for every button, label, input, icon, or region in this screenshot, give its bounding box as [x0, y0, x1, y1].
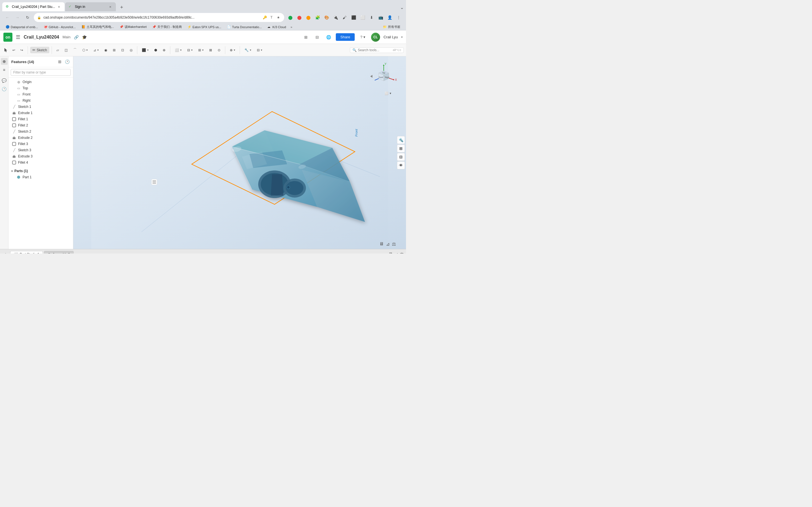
tool-13[interactable]: ⬜ ▾: [172, 47, 184, 53]
collapse-panel-button[interactable]: [151, 179, 157, 185]
feature-item-fillet4[interactable]: Fillet 4: [8, 159, 73, 166]
extension-btn-6[interactable]: 🔌: [332, 13, 340, 21]
tool-16[interactable]: ⊠: [207, 47, 214, 53]
feature-item-fillet3[interactable]: Fillet 3: [8, 141, 73, 147]
new-tab-button[interactable]: +: [117, 3, 125, 11]
add-tab-button[interactable]: +: [2, 251, 9, 254]
bottom-icon-3[interactable]: ⚖: [400, 251, 404, 253]
tool-17[interactable]: ⊙: [215, 47, 223, 53]
extension-btn-8[interactable]: ⬛: [350, 13, 357, 21]
vp-status-icon-3[interactable]: ⚖: [392, 241, 396, 247]
side-icon-comments[interactable]: 💬: [1, 77, 8, 84]
user-profile-button[interactable]: 👤: [386, 13, 394, 21]
feature-item-fillet2[interactable]: Fillet 2: [8, 122, 73, 128]
extension-btn-9[interactable]: ⬜: [359, 13, 366, 21]
feature-item-part1[interactable]: Part 1: [8, 174, 73, 180]
bookmark-1[interactable]: 🔵 Dataportal of emb...: [3, 24, 40, 30]
downloads-button[interactable]: ⬇: [368, 13, 375, 21]
extension-btn-5[interactable]: 🎨: [322, 13, 331, 21]
tab-close-2[interactable]: ✕: [108, 4, 112, 9]
feature-item-right[interactable]: ▭ Right: [8, 98, 73, 104]
bottom-icon-2[interactable]: ⊿: [395, 251, 398, 253]
tab-active[interactable]: ⚙ Crail_Lyu240204 | Part Stu... ✕: [2, 2, 64, 11]
tool-11[interactable]: ⬢: [152, 47, 159, 53]
view-toggle-2[interactable]: ⊟: [313, 33, 321, 41]
user-dropdown-icon[interactable]: ▾: [401, 36, 403, 39]
nav-cube-wrapper[interactable]: Y X Top: [368, 61, 399, 95]
extension-btn-4[interactable]: 🧩: [313, 13, 321, 21]
feature-item-sketch1[interactable]: ╱ Sketch 1: [8, 104, 73, 110]
tool-5[interactable]: ⊿ ▾: [91, 47, 101, 53]
viewport[interactable]: Front Y: [73, 56, 406, 249]
feature-item-fillet1[interactable]: Fillet 1: [8, 116, 73, 122]
extension-btn-7[interactable]: 🖌: [341, 13, 349, 21]
bookmark-3[interactable]: 📙 土耳其的电气和电...: [79, 24, 116, 30]
redo-button[interactable]: ↪: [18, 47, 26, 53]
feature-item-origin[interactable]: ⊕ Origin: [8, 79, 73, 85]
bookmark-7[interactable]: 📄 Turta Documentatio...: [225, 24, 264, 30]
bookmark-2[interactable]: 🐙 GitHub - Azure/iot...: [42, 24, 78, 30]
feature-filter-input[interactable]: [11, 69, 71, 76]
tool-15[interactable]: ⊞ ▾: [196, 47, 206, 53]
help-button[interactable]: ? ▾: [358, 34, 368, 40]
tool-9[interactable]: ◎: [128, 47, 135, 53]
address-bar[interactable]: 🔒 cad.onshape.com/documents/947e29bcc1b3…: [34, 13, 284, 22]
nav-cube-dropdown[interactable]: ⬜ ▾: [368, 92, 399, 95]
forward-button[interactable]: →: [13, 13, 21, 21]
tab-part-studio-1[interactable]: ⬜ Part Studio 1: [10, 251, 43, 253]
browser-menu-button[interactable]: ⋮: [395, 13, 403, 21]
bottom-icon-1[interactable]: 🖥: [388, 252, 393, 254]
bookmark-8[interactable]: ☁ K/3 Cloud: [265, 24, 288, 30]
globe-icon[interactable]: 🌐: [324, 33, 333, 41]
tool-1[interactable]: ▱: [54, 47, 61, 53]
cast-button[interactable]: 📺: [377, 13, 385, 21]
bookmark-6[interactable]: ⚡ Eaton 5PX UPS us...: [185, 24, 223, 30]
all-bookmarks-button[interactable]: 📁 所有书签: [380, 24, 403, 30]
bookmark-5[interactable]: 📌 关于我们 - 制造商: [150, 24, 184, 30]
tool-19[interactable]: 🔧 ▾: [242, 47, 253, 53]
tool-8[interactable]: ⊡: [119, 47, 126, 53]
extension-btn-2[interactable]: ⬤: [296, 13, 303, 21]
tool-6[interactable]: ◉: [102, 47, 109, 53]
right-strip-btn-2[interactable]: ⊞: [397, 145, 405, 152]
tab-assembly-1[interactable]: ⚙ Assembly 1: [44, 251, 73, 253]
tool-12[interactable]: ⊕: [160, 47, 168, 53]
onshape-logo[interactable]: on: [3, 33, 12, 42]
right-strip-btn-3[interactable]: ⊟: [397, 153, 405, 161]
bookmark-4[interactable]: 📌 该Makerhareket: [117, 24, 149, 30]
tool-3[interactable]: ⌒: [71, 47, 79, 54]
feature-item-top[interactable]: ▭ Top: [8, 85, 73, 91]
search-tools-box[interactable]: 🔍 alt⌥c: [350, 47, 404, 53]
select-tool[interactable]: [2, 47, 10, 54]
extension-btn-3[interactable]: ⬤: [305, 13, 312, 21]
tool-7[interactable]: ⊞: [110, 47, 118, 53]
tool-2[interactable]: ◫: [62, 47, 70, 53]
key-icon[interactable]: 🔑: [262, 15, 267, 20]
tab-inactive[interactable]: ✓ Sign in ✕: [65, 2, 116, 11]
tool-20[interactable]: ⊟ ▾: [255, 47, 264, 53]
feature-item-sketch2[interactable]: ╱ Sketch 2: [8, 128, 73, 135]
feature-item-extrude1[interactable]: Extrude 1: [8, 110, 73, 116]
sketch-tool[interactable]: ✏ Sketch: [30, 47, 49, 53]
tool-4[interactable]: ⬡ ▾: [80, 47, 90, 53]
side-icon-features[interactable]: ≡: [1, 66, 8, 73]
right-strip-btn-4[interactable]: 👁: [397, 161, 405, 169]
back-button[interactable]: ←: [3, 13, 11, 21]
tab-list-button[interactable]: ⌄: [400, 5, 404, 10]
extension-btn-1[interactable]: ⬤: [287, 13, 294, 21]
feature-item-sketch3[interactable]: ╱ Sketch 3: [8, 147, 73, 153]
vp-status-icon-1[interactable]: 🖥: [379, 241, 384, 247]
feature-item-extrude2[interactable]: Extrude 2: [8, 135, 73, 141]
history-icon[interactable]: 🕐: [64, 59, 70, 65]
reload-button[interactable]: ↻: [24, 13, 32, 21]
side-icon-history[interactable]: 🕐: [1, 86, 8, 93]
view-toggle-1[interactable]: ⊞: [302, 33, 310, 41]
right-strip-btn-1[interactable]: 🔩: [397, 136, 405, 144]
pin-icon[interactable]: 🎓: [82, 35, 87, 40]
feature-item-front[interactable]: ▭ Front: [8, 91, 73, 98]
search-tools-input[interactable]: [358, 48, 392, 52]
share-button[interactable]: Share: [336, 33, 355, 41]
hamburger-menu[interactable]: ☰: [16, 34, 20, 40]
add-feature-icon[interactable]: ⊞: [57, 59, 63, 65]
user-avatar[interactable]: CL: [371, 33, 380, 42]
